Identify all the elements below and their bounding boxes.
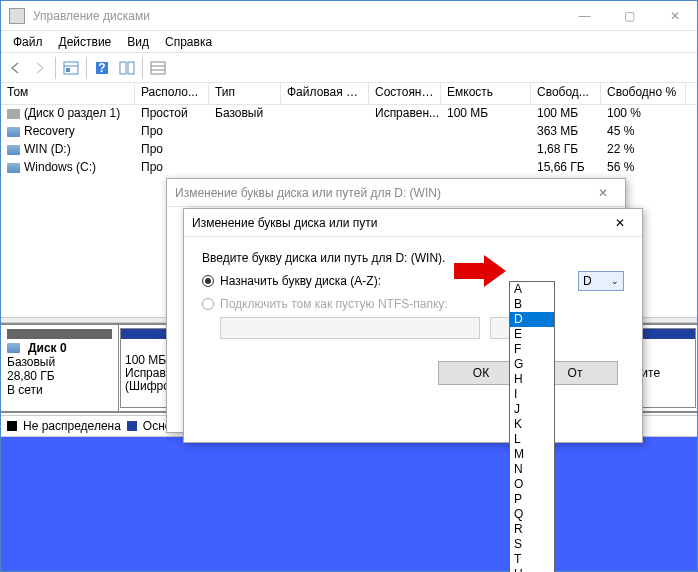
- dropdown-option[interactable]: B: [510, 297, 554, 312]
- menu-help[interactable]: Справка: [157, 33, 220, 51]
- legend-primary-swatch: [127, 421, 137, 431]
- properties-icon[interactable]: [59, 56, 83, 80]
- col-state[interactable]: Состояние: [369, 83, 441, 104]
- dialog-titlebar[interactable]: Изменение буквы диска или пути ✕: [184, 209, 642, 237]
- dropdown-option[interactable]: F: [510, 342, 554, 357]
- dropdown-option[interactable]: T: [510, 552, 554, 567]
- disk-kind: Базовый: [7, 355, 112, 369]
- dropdown-option[interactable]: D: [510, 312, 554, 327]
- selection-highlight: [1, 437, 697, 571]
- assign-letter-label: Назначить букву диска (A-Z):: [220, 274, 381, 288]
- dialog-titlebar[interactable]: Изменение буквы диска или путей для D: (…: [167, 179, 625, 207]
- close-icon[interactable]: ✕: [606, 216, 634, 230]
- dropdown-option[interactable]: I: [510, 387, 554, 402]
- dropdown-option[interactable]: K: [510, 417, 554, 432]
- col-layout[interactable]: Располо...: [135, 83, 209, 104]
- dialog-title: Изменение буквы диска или путей для D: (…: [175, 186, 441, 200]
- mount-folder-label: Подключить том как пустую NTFS-папку:: [220, 297, 448, 311]
- mount-folder-radio[interactable]: [202, 298, 214, 310]
- annotation-arrow: [454, 263, 484, 279]
- forward-button[interactable]: [28, 56, 52, 80]
- col-freepct[interactable]: Свободно %: [601, 83, 686, 104]
- chevron-down-icon: ⌄: [611, 276, 619, 286]
- dropdown-option[interactable]: H: [510, 372, 554, 387]
- disk-status: В сети: [7, 383, 112, 397]
- close-icon[interactable]: ✕: [589, 186, 617, 200]
- dropdown-option[interactable]: E: [510, 327, 554, 342]
- svg-rect-5: [120, 62, 126, 74]
- disk-icon: [7, 343, 20, 353]
- minimize-button[interactable]: —: [562, 1, 607, 30]
- legend-unallocated-swatch: [7, 421, 17, 431]
- dropdown-option[interactable]: U: [510, 567, 554, 572]
- col-type[interactable]: Тип: [209, 83, 281, 104]
- col-capacity[interactable]: Емкость: [441, 83, 531, 104]
- change-letter-dialog: Изменение буквы диска или пути ✕ Введите…: [183, 208, 643, 443]
- dropdown-option[interactable]: L: [510, 432, 554, 447]
- menu-action[interactable]: Действие: [51, 33, 120, 51]
- drive-letter-dropdown[interactable]: ABDEFGHIJKLMNOPQRSTUVWXYZ: [509, 281, 555, 572]
- dropdown-option[interactable]: A: [510, 282, 554, 297]
- col-free[interactable]: Свобод...: [531, 83, 601, 104]
- dialog-prompt: Введите букву диска или путь для D: (WIN…: [202, 251, 624, 265]
- close-button[interactable]: ✕: [652, 1, 697, 30]
- dropdown-option[interactable]: S: [510, 537, 554, 552]
- table-row[interactable]: WIN (D:)Про1,68 ГБ22 %: [1, 141, 697, 159]
- dropdown-option[interactable]: Q: [510, 507, 554, 522]
- disk-name: Диск 0: [28, 341, 67, 355]
- table-row[interactable]: (Диск 0 раздел 1)ПростойБазовыйИсправен.…: [1, 105, 697, 123]
- list-icon[interactable]: [146, 56, 170, 80]
- svg-text:?: ?: [98, 61, 105, 75]
- table-row[interactable]: RecoveryПро363 МБ45 %: [1, 123, 697, 141]
- maximize-button[interactable]: ▢: [607, 1, 652, 30]
- volume-grid-body: (Диск 0 раздел 1)ПростойБазовыйИсправен.…: [1, 105, 697, 177]
- menubar: Файл Действие Вид Справка: [1, 31, 697, 53]
- content-area: Том Располо... Тип Файловая с... Состоян…: [1, 83, 697, 571]
- assign-letter-radio[interactable]: [202, 275, 214, 287]
- svg-rect-2: [66, 68, 70, 72]
- col-volume[interactable]: Том: [1, 83, 135, 104]
- dropdown-option[interactable]: M: [510, 447, 554, 462]
- svg-rect-6: [128, 62, 134, 74]
- dialog-title: Изменение буквы диска или пути: [192, 216, 378, 230]
- table-row[interactable]: Windows (C:)Про15,66 ГБ56 %: [1, 159, 697, 177]
- dropdown-option[interactable]: O: [510, 477, 554, 492]
- toolbar: ?: [1, 53, 697, 83]
- menu-view[interactable]: Вид: [119, 33, 157, 51]
- disk-management-window: Управление дисками — ▢ ✕ Файл Действие В…: [0, 0, 698, 572]
- mount-path-input: [220, 317, 480, 339]
- svg-rect-7: [151, 62, 165, 74]
- disk-size: 28,80 ГБ: [7, 369, 112, 383]
- titlebar[interactable]: Управление дисками — ▢ ✕: [1, 1, 697, 31]
- combo-value: D: [583, 274, 592, 288]
- col-fs[interactable]: Файловая с...: [281, 83, 369, 104]
- disk-label[interactable]: Диск 0 Базовый 28,80 ГБ В сети: [1, 325, 119, 411]
- refresh-icon[interactable]: [115, 56, 139, 80]
- app-icon: [9, 8, 25, 24]
- menu-file[interactable]: Файл: [5, 33, 51, 51]
- dropdown-option[interactable]: P: [510, 492, 554, 507]
- dropdown-option[interactable]: R: [510, 522, 554, 537]
- back-button[interactable]: [3, 56, 27, 80]
- window-title: Управление дисками: [33, 9, 562, 23]
- dropdown-option[interactable]: J: [510, 402, 554, 417]
- help-icon[interactable]: ?: [90, 56, 114, 80]
- volume-grid-header[interactable]: Том Располо... Тип Файловая с... Состоян…: [1, 83, 697, 105]
- drive-letter-combo[interactable]: D ⌄: [578, 271, 624, 291]
- dropdown-option[interactable]: N: [510, 462, 554, 477]
- dropdown-option[interactable]: G: [510, 357, 554, 372]
- legend-unallocated-label: Не распределена: [23, 419, 121, 433]
